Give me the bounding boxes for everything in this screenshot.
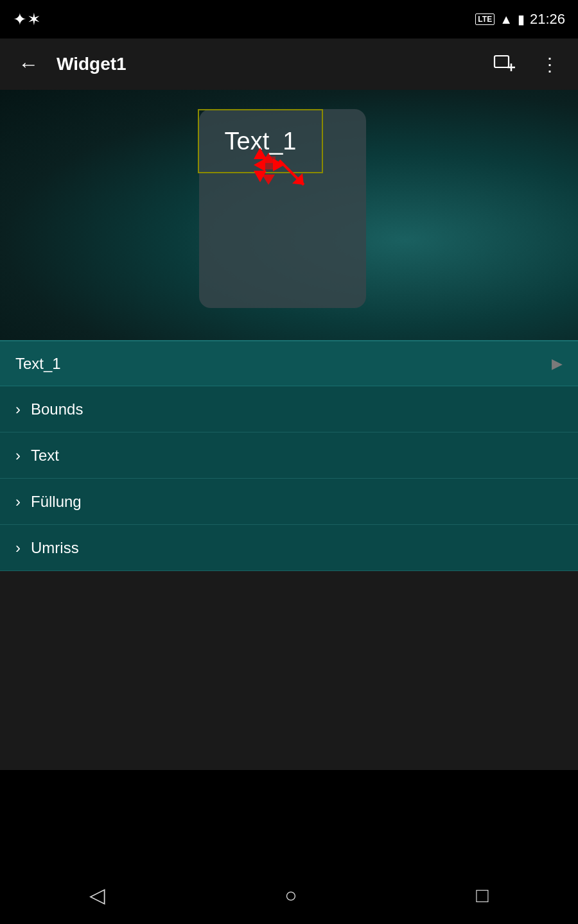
properties-panel: Text_1 ▶ › Bounds › Text › Füllung › Umr…	[0, 340, 578, 571]
lte-badge: LTE	[475, 13, 495, 25]
property-label-text: Text	[31, 447, 59, 465]
nav-recent-button[interactable]: □	[457, 877, 507, 914]
property-label-umriss: Umriss	[31, 539, 79, 557]
nav-back-button[interactable]: ◁	[70, 877, 125, 914]
time-display: 21:26	[530, 11, 565, 28]
empty-area	[0, 571, 578, 770]
canvas-area[interactable]: Text_1	[0, 90, 578, 340]
toolbar-title: Widget1	[57, 54, 475, 74]
nav-bar: ◁ ○ □	[0, 866, 578, 924]
property-header-title: Text_1	[15, 355, 61, 373]
add-widget-icon	[493, 55, 518, 74]
nav-home-button[interactable]: ○	[265, 877, 316, 914]
property-label-bounds: Bounds	[31, 400, 83, 418]
battery-icon: ▮	[518, 12, 525, 27]
chevron-text-icon: ›	[15, 447, 21, 465]
add-widget-button[interactable]	[488, 49, 523, 79]
signal-icon: ▲	[500, 12, 512, 27]
more-menu-button[interactable]: ⋮	[536, 49, 565, 80]
property-label-fullung: Füllung	[31, 493, 82, 511]
svg-marker-11	[262, 175, 275, 185]
chevron-bounds-icon: ›	[15, 400, 21, 418]
property-item-text[interactable]: › Text	[0, 432, 578, 479]
chevron-fullung-icon: ›	[15, 493, 21, 511]
magic-icon: ✦✶	[13, 10, 41, 30]
chevron-umriss-icon: ›	[15, 539, 21, 557]
svg-rect-0	[495, 56, 509, 67]
toolbar: ← Widget1 ⋮	[0, 38, 578, 90]
property-header[interactable]: Text_1 ▶	[0, 341, 578, 386]
property-item-bounds[interactable]: › Bounds	[0, 386, 578, 432]
property-item-umriss[interactable]: › Umriss	[0, 525, 578, 571]
status-bar-left: ✦✶	[13, 10, 41, 30]
property-item-fullung[interactable]: › Füllung	[0, 479, 578, 525]
arrows-svg	[218, 122, 321, 199]
resize-arrow	[279, 160, 304, 185]
move-resize-arrows	[218, 122, 321, 199]
status-bar: ✦✶ LTE ▲ ▮ 21:26	[0, 0, 578, 38]
collapse-triangle-icon: ▶	[552, 355, 563, 372]
status-bar-right: LTE ▲ ▮ 21:26	[475, 11, 565, 28]
back-button[interactable]: ←	[13, 47, 44, 81]
toolbar-actions: ⋮	[488, 49, 565, 80]
